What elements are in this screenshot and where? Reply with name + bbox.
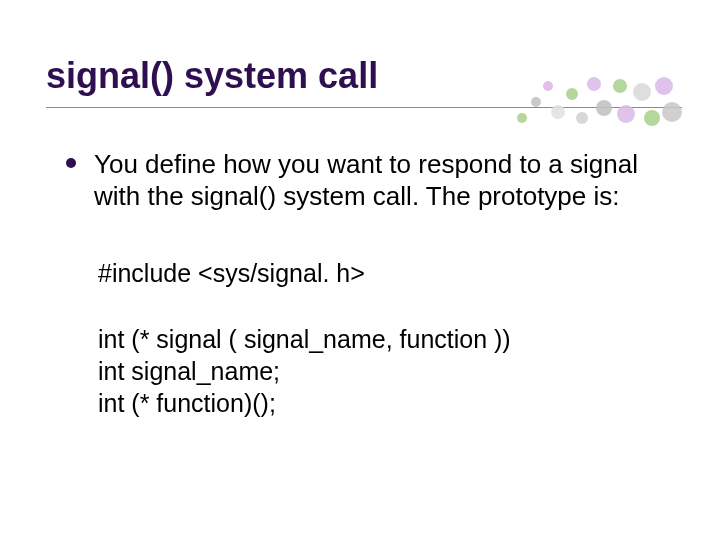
slide-body: You define how you want to respond to a … bbox=[46, 148, 674, 420]
title-area: signal() system call bbox=[46, 56, 674, 102]
code-line: int (* signal ( signal_name, function )) bbox=[98, 323, 674, 355]
svg-point-13 bbox=[662, 102, 682, 122]
code-block: #include <sys/signal. h> int (* signal (… bbox=[98, 257, 674, 419]
svg-point-0 bbox=[517, 113, 527, 123]
svg-point-9 bbox=[617, 105, 635, 123]
bullet-text: You define how you want to respond to a … bbox=[94, 148, 654, 214]
svg-point-7 bbox=[596, 100, 612, 116]
bullet-icon bbox=[66, 158, 76, 168]
svg-point-5 bbox=[576, 112, 588, 124]
title-underline bbox=[46, 107, 682, 108]
code-include-line: #include <sys/signal. h> bbox=[98, 257, 674, 289]
slide-title: signal() system call bbox=[46, 56, 674, 96]
code-line: int signal_name; bbox=[98, 355, 674, 387]
svg-point-11 bbox=[644, 110, 660, 126]
code-line: int (* function)(); bbox=[98, 387, 674, 419]
slide: signal() system call You define how you … bbox=[0, 0, 720, 540]
bullet-item: You define how you want to respond to a … bbox=[66, 148, 674, 214]
